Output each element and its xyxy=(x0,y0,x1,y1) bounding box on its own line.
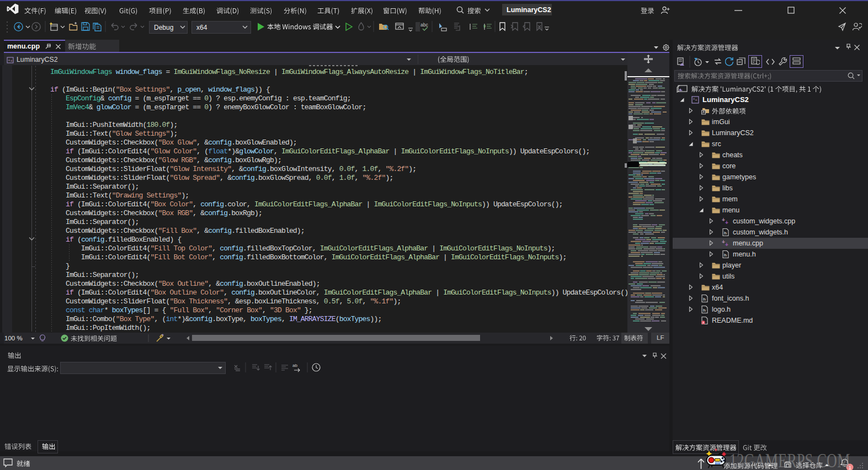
svg-text:+: + xyxy=(725,220,728,225)
svg-text:h: h xyxy=(724,253,727,258)
svg-text:++: ++ xyxy=(8,58,13,64)
svg-text:ab: ab xyxy=(292,363,297,368)
svg-text:++: ++ xyxy=(693,97,697,102)
svg-text:h: h xyxy=(703,297,706,302)
svg-text:abc: abc xyxy=(420,22,428,28)
svg-text:h: h xyxy=(703,308,706,313)
svg-text:h: h xyxy=(724,231,727,236)
svg-text:9: 9 xyxy=(483,24,486,29)
svg-text:+: + xyxy=(725,242,728,247)
